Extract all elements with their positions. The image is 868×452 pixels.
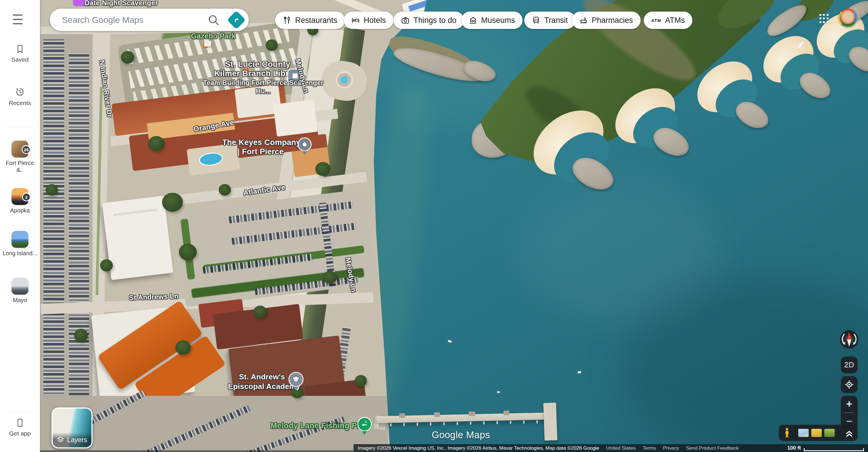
compass-control[interactable] [840, 330, 859, 349]
phone-icon [15, 418, 25, 428]
restaurants-icon [283, 16, 291, 25]
sidebar-item-saved[interactable]: Saved [0, 44, 40, 63]
menu-icon[interactable] [13, 14, 24, 24]
chip-restaurants[interactable]: Restaurants [275, 11, 345, 29]
feedback-link[interactable]: Send Product Feedback [686, 445, 739, 451]
sidebar-place-apopka[interactable]: 2 Apopka [0, 188, 40, 214]
directions-button[interactable] [227, 10, 246, 29]
avatar-photo [840, 10, 856, 26]
layers-icon [57, 436, 64, 444]
compass-icon [840, 330, 859, 349]
google-maps-watermark: Google Maps [432, 429, 490, 441]
academy-line2: Episcopal Academy [228, 382, 296, 391]
terms-link[interactable]: Terms [643, 445, 656, 451]
imagery-thumbnail-coast[interactable] [798, 429, 809, 437]
my-location-icon [844, 380, 854, 390]
zoom-in-button[interactable]: + [846, 399, 852, 409]
place-count-badge: 2 [22, 193, 31, 202]
boat [497, 391, 500, 393]
sidebar-item-label: Saved [11, 56, 29, 63]
scale-label: 100 ft [787, 445, 801, 451]
pin-tail [362, 431, 367, 435]
place-count-badge: 28 [22, 145, 31, 154]
account-avatar[interactable] [838, 9, 857, 27]
pharmacy-icon [579, 16, 588, 25]
hotels-icon [351, 16, 360, 25]
chip-hotels[interactable]: Hotels [344, 11, 394, 29]
place-thumbnail: 2 [11, 188, 28, 205]
place-label: Apopka [10, 207, 30, 214]
chip-label: Hotels [364, 16, 386, 25]
imagery-thumbnail-field[interactable] [811, 429, 822, 437]
privacy-link[interactable]: Privacy [663, 445, 679, 451]
sidebar-divider [5, 127, 35, 127]
scale-bar [804, 448, 864, 451]
map-label-academy[interactable]: St. Andrew's Episcopal Academy [228, 372, 296, 391]
fishing-pier-pin[interactable] [358, 418, 371, 430]
search-icon[interactable] [207, 13, 220, 26]
transit-icon [532, 16, 540, 25]
chip-transit[interactable]: Transit [524, 11, 576, 29]
map-label-keyes[interactable]: The Keyes Company | Fort Pierce [222, 138, 299, 156]
academy-line1: St. Andrew's [228, 372, 296, 382]
keyes-line2: | Fort Pierce [222, 147, 299, 156]
place-label: Long Island... [3, 250, 37, 257]
library-line1: St. Lucie County [208, 60, 308, 69]
2d-label: 2D [844, 361, 855, 369]
directions-icon [232, 16, 241, 24]
chip-atms[interactable]: ATM ATMs [644, 11, 692, 29]
search-bar [50, 9, 249, 31]
imagery-thumbnail-foliage[interactable] [824, 429, 835, 437]
place-label: Fort Pierce &.. [2, 160, 38, 173]
graduation-cap-icon [292, 375, 300, 384]
atm-icon: ATM [651, 18, 661, 23]
keyes-pin[interactable] [299, 138, 311, 150]
sidebar: Saved Recents 28 Fort Pierce &.. 2 Apopk… [0, 0, 40, 452]
place-thumbnail [11, 278, 28, 295]
map-canvas[interactable]: Date Night Scavenger Gazebo Park St. Luc… [0, 0, 868, 452]
bottom-edge-strip [0, 450, 353, 452]
chip-label: Transit [544, 16, 568, 25]
bookmark-icon [15, 44, 25, 54]
country-label: United States [606, 445, 636, 451]
sidebar-item-recents[interactable]: Recents [0, 87, 40, 107]
chip-museums[interactable]: Museums [461, 11, 523, 29]
zoom-control: + − [841, 396, 858, 429]
recents-icon [15, 87, 25, 97]
google-apps-grid-icon[interactable] [819, 14, 829, 23]
pin-tail [302, 151, 307, 155]
academy-pin[interactable] [289, 373, 303, 386]
chip-label: Museums [481, 16, 515, 25]
sidebar-item-label: Recents [9, 99, 31, 107]
sidebar-place-mayo[interactable]: Mayo [0, 278, 40, 304]
2d-toggle-button[interactable]: 2D [841, 357, 858, 373]
sidebar-item-label: Get app [9, 430, 31, 437]
place-thumbnail [11, 231, 28, 248]
map-label-gazebo-park[interactable]: Gazebo Park [191, 32, 236, 40]
pegman-icon[interactable] [782, 427, 792, 439]
layers-button[interactable]: Layers [52, 408, 93, 449]
fishing-icon [361, 420, 369, 428]
chip-label: Restaurants [295, 16, 337, 25]
pin-tail [294, 387, 298, 390]
collapse-chevrons-icon[interactable] [844, 428, 854, 438]
sidebar-item-get-app[interactable]: Get app [0, 418, 40, 437]
place-thumbnail: 28 [11, 141, 28, 157]
my-location-button[interactable] [841, 376, 858, 393]
map-label-event[interactable]: Date Night Scavenger [85, 0, 158, 7]
sidebar-place-long-island[interactable]: Long Island... [0, 231, 40, 257]
camera-icon [401, 16, 410, 25]
chip-label: Pharmacies [592, 16, 633, 25]
chip-label: Things to do [413, 16, 457, 25]
imagery-attribution: Imagery ©2026 Vexcel Imaging US, Inc., I… [358, 445, 599, 451]
layers-label: Layers [67, 436, 87, 444]
pin-dot-icon [303, 142, 307, 146]
chip-pharmacies[interactable]: Pharmacies [572, 11, 641, 29]
attribution-bar: Imagery ©2026 Vexcel Imaging US, Inc., I… [353, 444, 868, 452]
chip-things-to-do[interactable]: Things to do [394, 11, 464, 29]
map-scale: 100 ft [787, 445, 864, 451]
search-input[interactable] [62, 15, 207, 25]
sidebar-place-fort-pierce[interactable]: 28 Fort Pierce &.. [0, 141, 40, 173]
pegbar-divider [795, 425, 796, 441]
map-label-fishing-pier[interactable]: Melody Lane Fishing Pier [271, 421, 367, 430]
